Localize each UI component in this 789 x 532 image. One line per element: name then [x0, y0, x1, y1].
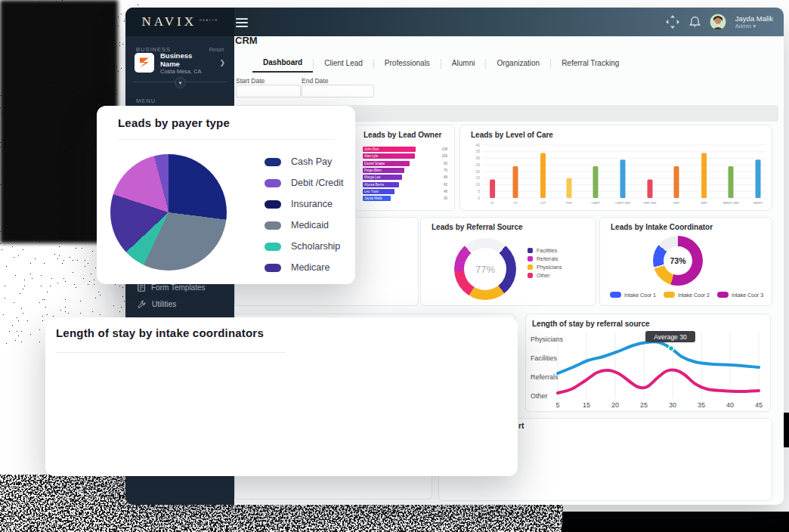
top-bar: NAVIX HEALTH [125, 8, 784, 36]
payer-type-legend: Cash PayDebit /CreditInsuranceMedicaidSc… [265, 156, 343, 283]
legend-swatch [265, 179, 281, 187]
legend-item: Cash Pay [265, 156, 343, 167]
legend-item: Medicaid [265, 220, 343, 230]
user-name: Jayda Malik [735, 14, 773, 23]
svg-text:OP: OP [513, 201, 518, 205]
legend-item: Medicare [265, 262, 343, 273]
legend-swatch [528, 273, 533, 278]
legend-swatch [265, 221, 281, 230]
hamburger-menu-icon[interactable] [236, 16, 248, 26]
business-selector[interactable]: Business Name Costa Mesa, CA ❯ [135, 50, 225, 76]
svg-text:35: 35 [475, 149, 480, 153]
legend-item: Insurance [265, 199, 343, 209]
legend-swatch [528, 248, 533, 253]
lead-owner-bar: Daniel Snape90 [363, 161, 447, 166]
svg-text:30: 30 [669, 401, 676, 409]
lead-owner-bar: Leo Yuan48 [363, 189, 447, 194]
lead-owner-bar: Paige Blinn76 [363, 168, 447, 173]
legend-swatch [717, 292, 729, 298]
legend-swatch [610, 292, 621, 298]
svg-text:25: 25 [475, 162, 480, 167]
page-canvas: NAVIX HEALTH [0, 0, 789, 532]
svg-text:Average 30: Average 30 [654, 333, 687, 341]
svg-text:40: 40 [475, 143, 480, 147]
svg-text:MRP: MRP [701, 201, 707, 205]
card-leads-by-level-of-care: Leads by Level of Care 4035302520151050R… [459, 125, 772, 211]
svg-text:40: 40 [726, 401, 734, 409]
legend-item: Other [528, 273, 562, 278]
end-date-label: End Date [302, 77, 328, 85]
chevron-right-icon: ❯ [219, 59, 225, 66]
menu-section-label: MENU [136, 97, 156, 104]
sidebar-collapse-button[interactable]: ▼ [175, 77, 186, 88]
bell-icon[interactable] [689, 16, 701, 29]
lead-owner-bar: Alan Lyle106 [363, 153, 447, 159]
svg-text:RI: RI [491, 201, 494, 205]
legend-item: Scholarship [265, 241, 343, 252]
business-logo-icon [135, 53, 154, 73]
card-length-of-stay-referral: Length of stay by referral source 515202… [525, 314, 771, 412]
svg-text:LMRP: LMRP [591, 201, 599, 205]
length-of-stay-line-chart: 515202530354045PhysiciansFacilitiesRefer… [526, 314, 772, 413]
svg-text:45: 45 [755, 401, 763, 409]
tab-professionals[interactable]: Professionals [374, 56, 441, 72]
tooltip: Average 30 [645, 331, 695, 342]
start-date-input[interactable] [236, 85, 301, 97]
svg-text:HRP-WM: HRP-WM [644, 201, 657, 205]
svg-text:5: 5 [555, 401, 559, 409]
tab-organization[interactable]: Organization [486, 56, 550, 72]
partial-card-title: rt [518, 421, 524, 430]
referral-source-legend: FacilitiesReferralsPhysiciansOther [528, 248, 562, 281]
sidebar-item-utilities[interactable]: Utilities [125, 296, 234, 311]
avatar[interactable] [710, 14, 726, 30]
card-title: Leads by Referral Source [432, 223, 523, 231]
svg-text:20: 20 [475, 169, 480, 174]
logo: NAVIX HEALTH [125, 8, 234, 36]
svg-text:HRP: HRP [673, 201, 680, 205]
svg-text:Physicians: Physicians [531, 336, 564, 343]
lead-owner-bar: Alyssa Berns60 [363, 182, 447, 187]
donut-hole: 73% [664, 246, 692, 275]
legend-swatch [265, 243, 281, 251]
logo-text: NAVIX [141, 14, 196, 29]
svg-text:Other: Other [531, 392, 548, 400]
legend-item: Intake Coor 2 [664, 292, 710, 298]
legend-swatch [528, 264, 533, 270]
svg-text:15: 15 [583, 401, 590, 409]
business-location: Costa Mesa, CA [160, 68, 213, 75]
card-leads-by-lead-owner: Leads by Lead Owner John Doe108Alan Lyle… [354, 125, 455, 211]
svg-text:30: 30 [475, 156, 480, 160]
tab-dashboard[interactable]: Dashboard [252, 55, 313, 73]
intake-coordinator-donut: 73% [653, 236, 703, 286]
legend-item: Physicians [528, 264, 562, 270]
user-role: Admin ▾ [735, 23, 773, 29]
tab-alumni[interactable]: Alumni [441, 56, 486, 72]
move-expand-icon[interactable] [665, 14, 680, 29]
svg-text:35: 35 [698, 401, 705, 409]
legend-item: Facilities [528, 248, 562, 253]
length-of-stay-bars [45, 317, 518, 476]
lead-owner-bar: Jayda Malik36 [363, 196, 447, 201]
level-of-care-chart: 4035302520151050RIOPIOPPHPLMRPLMRP-WMHRP… [460, 125, 772, 210]
overlay-title: Leads by payer type [118, 116, 230, 129]
svg-text:5: 5 [478, 189, 480, 193]
legend-swatch [528, 256, 533, 261]
svg-text:Facilities: Facilities [531, 354, 558, 362]
chevron-down-icon: ▼ [178, 81, 183, 85]
legend-swatch [265, 200, 281, 209]
end-date-input[interactable] [302, 85, 374, 97]
svg-text:LMRP-WM: LMRP-WM [615, 201, 630, 205]
tab-referral-tracking[interactable]: Referral Tracking [551, 56, 630, 72]
svg-text:Referrals: Referrals [531, 373, 558, 381]
card-leads-by-intake-coordinator: Leads by Intake Coordinator 73% Intake C… [599, 217, 772, 306]
tab-client-lead[interactable]: Client Lead [314, 56, 373, 72]
svg-text:10: 10 [475, 182, 480, 187]
gauge-hole: 77% [464, 248, 506, 290]
user-menu[interactable]: Jayda Malik Admin ▾ [735, 14, 773, 29]
utilities-wrench-icon [138, 300, 146, 308]
svg-text:0: 0 [478, 196, 480, 200]
svg-text:20: 20 [611, 401, 619, 409]
legend-item: Intake Coor 3 [717, 292, 763, 298]
legend-item: Debit /Credit [265, 178, 343, 188]
svg-text:MMRP: MMRP [753, 201, 763, 205]
